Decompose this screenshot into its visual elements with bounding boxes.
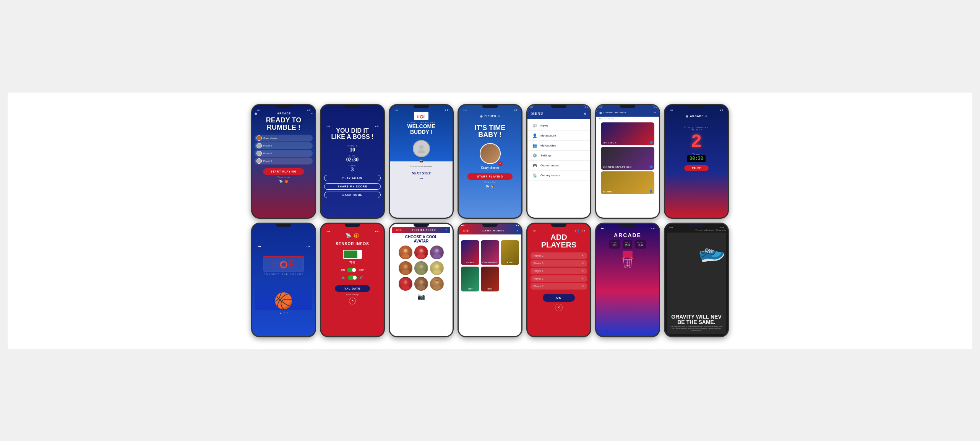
arcade-top-title: ARCADE [690, 115, 704, 117]
add-badge[interactable]: + [498, 161, 503, 166]
volume-down-icon: 🔈 [342, 276, 346, 279]
sidebar-item-mybuddies[interactable]: 👥 My buddies [527, 141, 590, 151]
gift-icon: 🎁 [284, 180, 288, 183]
menu-icon[interactable]: ≡ [654, 111, 656, 114]
phone-welcome: ●●● ▲ ■ H⭕F CONNECT THE BUCKET WELCOMEBU… [389, 104, 454, 219]
battery-indicator [343, 250, 362, 259]
phone-arcade-ready: ●●● ▲ ■ ⬤ ARCADE ≡ READY TORUMBLE ! Craz… [251, 104, 316, 219]
list-item: Player 6 ✕ [531, 283, 587, 290]
ok-button[interactable]: OK [543, 294, 575, 302]
remove-player-icon[interactable]: ✕ [581, 277, 584, 280]
svg-line-31 [623, 258, 625, 267]
kobe-card[interactable]: KOBE 👤 [601, 171, 654, 194]
back-home-button[interactable]: BACK HOME [324, 192, 381, 198]
volume-up-icon: 🔊 [359, 276, 363, 279]
sidebar-item-gamemodes[interactable]: 🎮 Game modes [527, 161, 590, 171]
list-item: Crazy shooter [255, 135, 313, 142]
arcade-mode-card[interactable]: Arcade [461, 240, 479, 265]
gift-icon: 🎁 [491, 185, 495, 188]
avatar-option-7[interactable] [399, 277, 412, 291]
sound-toggle[interactable] [348, 275, 357, 280]
battery-percentage: 78% [349, 261, 355, 264]
menu-header: MENU ✕ [527, 109, 590, 119]
gamemodes-grid: Arcade Confrontation Kobe Fisher Blitz [459, 239, 521, 293]
share-score-button[interactable]: SHARE MY SCORE [324, 183, 381, 190]
svg-point-15 [417, 269, 425, 274]
svg-point-12 [401, 269, 409, 274]
remove-player-icon[interactable]: ✕ [581, 269, 584, 273]
avatar-option-4[interactable] [399, 261, 412, 275]
avatar [256, 143, 262, 148]
remove-player-icon[interactable]: ✕ [581, 254, 584, 257]
avatar-option-2[interactable] [414, 246, 428, 259]
camera-button[interactable]: 📷 [419, 159, 423, 163]
avatar-option-5[interactable] [414, 261, 428, 275]
change-settings-link[interactable]: Change settings [484, 181, 496, 183]
avatar [256, 158, 262, 164]
next-arrow-icon[interactable]: → [419, 175, 424, 181]
list-item: Player 4 ✕ [531, 268, 587, 274]
laps-value: 3 [351, 167, 354, 173]
remove-player-icon[interactable]: ✕ [581, 285, 584, 288]
validate-button[interactable]: VALIDATE [335, 285, 370, 292]
close-button[interactable]: ✕ [349, 298, 356, 304]
avatar-option-9[interactable] [430, 277, 444, 291]
reset-settings-link[interactable]: Reset settings [346, 293, 359, 296]
gamepad-icon: 🎮 [532, 163, 537, 168]
kobe-mode-card[interactable]: Kobe [501, 240, 519, 265]
sensor-title: SENSOR INFOS [336, 242, 369, 246]
fisher-title: FISHER [484, 115, 496, 117]
svg-point-10 [435, 249, 439, 252]
confrontation-mode-card[interactable]: Confrontation [481, 240, 499, 265]
avatar-option-6[interactable] [430, 261, 444, 275]
svg-rect-29 [623, 251, 633, 257]
pause-button[interactable]: PAUSE [684, 165, 709, 171]
star-small-icon: ✦ [284, 312, 285, 315]
phone-hoof-splash: ●●● ▲ ■ H⭕F CONNECT THE BUCKET 🏀 ✦ [251, 223, 316, 337]
sidebar-item-news[interactable]: 📰 News [527, 121, 590, 131]
close-icon[interactable]: ✕ [583, 112, 586, 116]
avatar [256, 135, 262, 141]
blitz-mode-card[interactable]: Blitz [481, 267, 499, 291]
menu-item-label: Get my sensor [540, 174, 560, 177]
menu-icon[interactable]: ≡ [446, 228, 447, 231]
gamemodes2-header: H⭕F GAME MODES ≡ [459, 227, 521, 234]
phone-arcade-game: ●●● ▲ ■ ARCADE LEVEL 01 TIME 60 [595, 223, 660, 337]
add-player-icon[interactable]: +👤 [574, 229, 580, 233]
start-playing-button[interactable]: START PLAYING [263, 168, 304, 175]
sidebar-item-myaccount[interactable]: 👤 My account [527, 131, 590, 141]
avatar-option-3[interactable] [430, 246, 444, 259]
sidebar-item-settings[interactable]: ⚙️ Settings [527, 151, 590, 161]
camera-icon[interactable]: 📷 [417, 293, 425, 300]
sensor-gift-icon: 🎁 [354, 233, 359, 239]
sidebar-item-sensor[interactable]: 📡 Get my sensor [527, 171, 590, 181]
play-again-button[interactable]: PLAY AGAIN [324, 175, 381, 181]
avatar [256, 151, 262, 156]
time-value: 00:30 [687, 155, 706, 162]
svg-point-21 [401, 285, 409, 290]
change-settings-link[interactable]: Change settings [277, 176, 290, 178]
buddies-icon: 👥 [532, 143, 537, 148]
arcade-card[interactable]: ARCADE 👥 [601, 122, 654, 145]
close-button[interactable]: ✕ [555, 304, 563, 311]
svg-point-16 [420, 265, 423, 268]
power-toggle[interactable] [347, 268, 356, 272]
fisher-mode-card[interactable]: Fisher [461, 267, 479, 291]
menu-icon[interactable]: ≡ [516, 229, 518, 233]
confrontation-card[interactable]: CONFRONTATION 👥 [601, 147, 654, 170]
avatar-option-8[interactable] [414, 277, 428, 291]
avatar-option-1[interactable] [399, 246, 412, 259]
ad-content: 👟 GRAVITY WILL NEVBE THE SAME. Air Mag f… [667, 233, 726, 334]
points-label: POINTS [690, 129, 703, 131]
phone-boss: ●●● ▲ ■ YOU DID ITLIKE A BOSS ! POINTS 1… [320, 104, 385, 219]
start-playing-button[interactable]: START PLAYING [467, 173, 513, 180]
star-icon: ✦ [279, 312, 282, 315]
svg-point-0 [419, 145, 423, 150]
remove-player-icon[interactable]: ✕ [581, 262, 584, 265]
menu-item-label: News [540, 124, 548, 127]
svg-point-7 [420, 249, 423, 252]
menu-item-label: Settings [540, 154, 552, 157]
battery-fill [344, 251, 357, 258]
svg-point-27 [433, 285, 441, 290]
svg-point-3 [401, 254, 409, 258]
